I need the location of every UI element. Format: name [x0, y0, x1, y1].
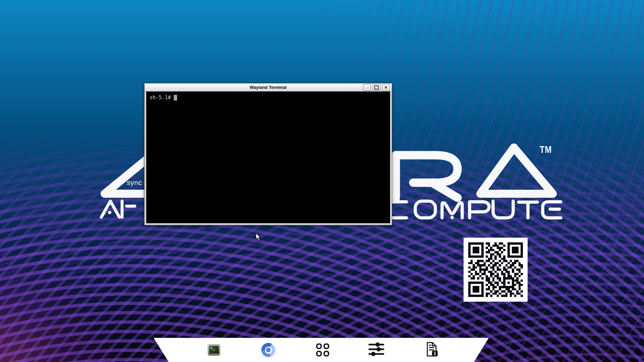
mouse-cursor — [255, 233, 262, 241]
dock: >_ — [154, 338, 489, 362]
dock-item-settings[interactable] — [368, 342, 384, 358]
close-icon: ✕ — [384, 85, 387, 90]
window-title: Wayland Terminal — [250, 85, 287, 90]
settings-sliders-icon — [368, 342, 384, 357]
minimize-icon: _ — [366, 85, 368, 87]
maximize-icon — [374, 85, 379, 89]
terminal-titlebar[interactable]: Wayland Terminal _ ✕ — [145, 83, 392, 92]
qr-code-grid — [468, 242, 523, 297]
logo-text-ai — [101, 201, 135, 217]
logo-letter-r — [396, 155, 458, 198]
logo-trademark: TM — [540, 144, 552, 155]
logo-tagline: sync — [127, 179, 142, 187]
app-grid-icon — [316, 344, 329, 357]
chromium-icon — [261, 343, 275, 357]
dock-item-app-grid[interactable] — [316, 344, 329, 357]
shell-prompt: sh-5.1# — [150, 95, 171, 101]
document-info-icon — [425, 342, 439, 357]
terminal-window: Wayland Terminal _ ✕ sh-5.1# — [144, 83, 392, 225]
terminal-content[interactable]: sh-5.1# — [146, 92, 390, 223]
dock-item-chromium[interactable] — [261, 343, 275, 357]
terminal-cursor — [174, 95, 177, 101]
dock-item-terminal[interactable]: >_ — [208, 344, 220, 356]
minimize-button[interactable]: _ — [363, 84, 371, 90]
terminal-icon: >_ — [208, 344, 220, 356]
desktop: sync TM Wayland Terminal _ ✕ sh-5.1# >_ — [0, 0, 644, 362]
qr-code — [464, 238, 528, 302]
maximize-button[interactable] — [373, 84, 380, 90]
close-button[interactable]: ✕ — [382, 84, 390, 90]
dock-item-document-info[interactable] — [425, 342, 439, 358]
logo-text-compute — [388, 201, 561, 219]
